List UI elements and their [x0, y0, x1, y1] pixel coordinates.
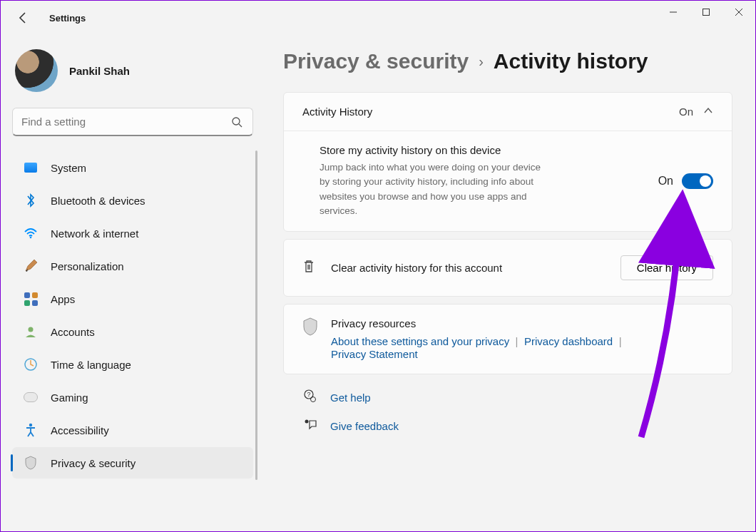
minimize-button[interactable] [657, 1, 690, 24]
apps-icon [24, 292, 38, 306]
give-feedback-link[interactable]: Give feedback [330, 420, 399, 432]
svg-text:?: ? [307, 391, 310, 398]
sidebar-item-accounts[interactable]: Accounts [12, 316, 253, 347]
sidebar-item-label: Bluetooth & devices [51, 195, 145, 207]
wifi-icon [24, 226, 38, 240]
sidebar-item-apps[interactable]: Apps [12, 283, 253, 314]
link-about-privacy[interactable]: About these settings and your privacy [331, 335, 509, 347]
bluetooth-icon [24, 193, 38, 208]
page-title: Activity history [494, 49, 648, 73]
svg-line-5 [239, 124, 242, 127]
get-help-link[interactable]: Get help [330, 392, 371, 404]
sidebar-item-network[interactable]: Network & internet [12, 218, 253, 249]
svg-point-9 [29, 424, 32, 426]
brush-icon [24, 259, 38, 273]
store-activity-row: Store my activity history on this device… [284, 131, 732, 231]
link-privacy-statement[interactable]: Privacy Statement [331, 348, 418, 360]
back-button[interactable] [9, 4, 38, 32]
sidebar-item-system[interactable]: System [12, 152, 253, 183]
sidebar-scrollbar[interactable] [255, 150, 257, 480]
maximize-button[interactable] [690, 1, 722, 24]
activity-history-card: Activity History On Store my activity hi… [283, 92, 732, 232]
gamepad-icon [24, 390, 38, 404]
sidebar-item-label: Network & internet [51, 227, 138, 240]
chevron-up-icon [703, 106, 713, 118]
sidebar-item-bluetooth[interactable]: Bluetooth & devices [12, 185, 253, 216]
avatar [15, 49, 58, 92]
sidebar-item-gaming[interactable]: Gaming [12, 382, 253, 413]
sidebar-nav: System Bluetooth & devices Network & int… [8, 150, 257, 480]
main-content: Privacy & security › Activity history Ac… [265, 35, 755, 531]
search-input[interactable] [21, 116, 224, 128]
sidebar-item-accessibility[interactable]: Accessibility [12, 414, 253, 446]
breadcrumb-parent[interactable]: Privacy & security [283, 49, 469, 73]
system-icon [24, 160, 38, 175]
sidebar-item-time[interactable]: Time & language [12, 349, 253, 380]
sidebar-item-label: Personalization [51, 260, 124, 272]
link-privacy-dashboard[interactable]: Privacy dashboard [524, 335, 613, 347]
svg-point-13 [305, 420, 309, 424]
user-name: Pankil Shah [69, 65, 130, 77]
sidebar-item-personalization[interactable]: Personalization [12, 250, 253, 282]
resources-title: Privacy resources [331, 317, 625, 329]
get-help-row[interactable]: ? Get help [283, 382, 732, 411]
chevron-right-icon: › [479, 53, 484, 70]
card-title: Activity History [302, 106, 372, 118]
toggle-state-label: On [658, 175, 673, 188]
privacy-resources-card: Privacy resources About these settings a… [283, 304, 732, 374]
sidebar-item-label: Gaming [51, 392, 88, 404]
sidebar-item-label: Accounts [51, 326, 95, 338]
sidebar-item-label: Time & language [51, 359, 131, 371]
accessibility-icon [24, 423, 38, 437]
sidebar-item-label: Privacy & security [51, 457, 136, 469]
feedback-icon [303, 418, 317, 434]
store-activity-description: Jump back into what you were doing on yo… [320, 160, 548, 218]
app-title: Settings [49, 13, 86, 24]
sidebar-item-privacy[interactable]: Privacy & security [12, 447, 253, 479]
activity-history-header[interactable]: Activity History On [284, 93, 732, 131]
card-header-state: On [679, 106, 693, 118]
clear-history-label: Clear activity history for this account [331, 262, 605, 274]
store-activity-title: Store my activity history on this device [320, 144, 533, 156]
svg-point-4 [233, 118, 240, 125]
help-icon: ? [303, 389, 317, 406]
close-button[interactable] [722, 1, 755, 24]
person-icon [24, 324, 38, 339]
clear-history-card: Clear activity history for this account … [283, 239, 732, 297]
clear-history-button[interactable]: Clear history [620, 255, 713, 280]
search-input-wrapper[interactable] [12, 108, 253, 136]
svg-point-12 [311, 397, 316, 402]
shield-icon [24, 456, 38, 470]
clock-globe-icon [24, 357, 38, 372]
sidebar: Pankil Shah System Bluetooth & devices [1, 35, 265, 531]
store-activity-toggle[interactable] [682, 173, 713, 189]
svg-rect-1 [703, 9, 710, 16]
trash-icon [302, 259, 315, 277]
give-feedback-row[interactable]: Give feedback [283, 411, 732, 439]
svg-point-6 [30, 237, 32, 239]
search-icon [230, 115, 244, 129]
breadcrumb: Privacy & security › Activity history [283, 49, 732, 73]
profile-block[interactable]: Pankil Shah [8, 44, 257, 105]
sidebar-item-label: System [51, 162, 86, 174]
sidebar-item-label: Accessibility [51, 424, 109, 436]
svg-point-7 [29, 327, 34, 332]
sidebar-item-label: Apps [51, 293, 75, 305]
shield-icon [302, 317, 318, 361]
